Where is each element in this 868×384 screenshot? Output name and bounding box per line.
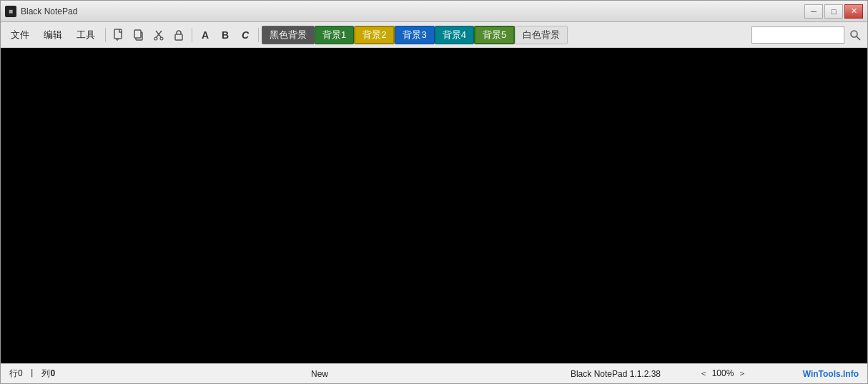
theme-bg1[interactable]: 背景1 — [315, 26, 354, 44]
col-value: 0 — [50, 368, 55, 378]
sep-1 — [105, 28, 106, 42]
window-title: Black NotePad — [21, 6, 804, 16]
svg-rect-0 — [114, 29, 122, 39]
theme-white-bg[interactable]: 白色背景 — [515, 26, 568, 44]
svg-rect-7 — [175, 34, 182, 40]
search-button[interactable] — [846, 26, 864, 44]
menu-edit[interactable]: 编辑 — [36, 26, 69, 44]
svg-line-9 — [857, 36, 860, 40]
new-icon[interactable] — [109, 26, 129, 44]
menu-tools[interactable]: 工具 — [69, 26, 102, 44]
svg-rect-2 — [134, 30, 141, 38]
lock-icon[interactable] — [169, 26, 189, 44]
theme-bg3[interactable]: 背景3 — [395, 26, 434, 44]
letter-c-button[interactable]: C — [235, 26, 255, 44]
zoom-left: ＜ — [699, 368, 708, 378]
app-icon: ■ — [5, 6, 16, 17]
theme-black-bg[interactable]: 黑色背景 — [262, 26, 315, 44]
status-position: 行0 丨 列0 — [9, 368, 95, 380]
cut-icon[interactable] — [149, 26, 169, 44]
sep-2 — [192, 28, 192, 42]
status-filename: New — [95, 369, 544, 379]
svg-point-6 — [160, 37, 163, 40]
col-separator: 丨 — [28, 368, 36, 378]
maximize-button[interactable]: □ — [824, 4, 843, 19]
minimize-button[interactable]: ─ — [804, 4, 823, 19]
window-controls: ─ □ ✕ — [804, 4, 863, 19]
theme-bg5[interactable]: 背景5 — [474, 26, 515, 44]
sep-3 — [258, 28, 259, 42]
letter-a-button[interactable]: A — [195, 26, 215, 44]
zoom-right: ＞ — [738, 368, 746, 378]
col-label: 列 — [41, 368, 50, 378]
theme-bg2[interactable]: 背景2 — [354, 26, 395, 44]
row-value: 0 — [18, 368, 23, 378]
zoom-value: 100% — [712, 368, 734, 378]
letter-b-button[interactable]: B — [215, 26, 235, 44]
status-bar: 行0 丨 列0 New Black NotePad 1.1.2.38 ＜ 100… — [1, 363, 867, 383]
close-button[interactable]: ✕ — [844, 4, 863, 19]
toolbar-area: 文件 编辑 工具 — [1, 22, 867, 48]
search-area — [751, 26, 864, 44]
svg-point-8 — [851, 31, 857, 37]
status-appname: Black NotePad 1.1.2.38 — [544, 369, 687, 379]
status-website[interactable]: WinTools.Info — [759, 369, 859, 379]
status-zoom: ＜ 100% ＞ — [687, 368, 759, 380]
menu-file[interactable]: 文件 — [4, 26, 36, 44]
main-window: ■ Black NotePad ─ □ ✕ 文件 编辑 工具 — [0, 0, 868, 384]
svg-point-5 — [154, 37, 157, 40]
title-bar: ■ Black NotePad ─ □ ✕ — [1, 1, 867, 22]
copy-icon[interactable] — [129, 26, 149, 44]
editor-area[interactable] — [1, 48, 867, 363]
search-input[interactable] — [751, 26, 844, 44]
theme-bg4[interactable]: 背景4 — [435, 26, 474, 44]
row-label: 行 — [9, 368, 18, 378]
